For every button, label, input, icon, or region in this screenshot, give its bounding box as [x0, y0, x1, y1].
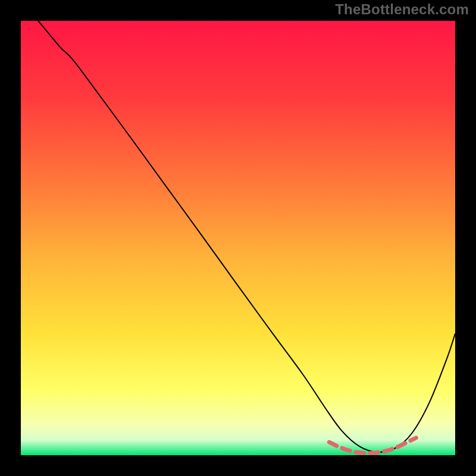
watermark-label: TheBottleneck.com	[335, 1, 469, 18]
chart-svg	[21, 21, 455, 455]
plot-area	[21, 21, 455, 455]
chart-frame: TheBottleneck.com	[0, 0, 476, 476]
gradient-background	[21, 21, 455, 455]
